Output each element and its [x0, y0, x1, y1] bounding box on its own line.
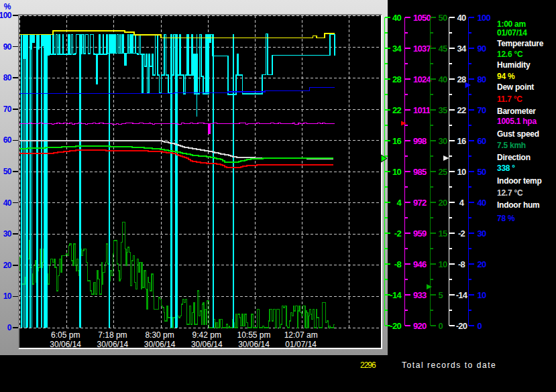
svg-text:-14: -14: [390, 290, 402, 300]
svg-text:16: 16: [457, 136, 466, 146]
svg-text:28: 28: [392, 74, 402, 84]
svg-text:985: 985: [413, 167, 427, 177]
svg-text:22: 22: [392, 105, 402, 115]
svg-text:40: 40: [3, 198, 12, 208]
svg-text:959: 959: [413, 228, 427, 239]
svg-text:90: 90: [3, 42, 12, 52]
svg-text:-8: -8: [458, 259, 465, 269]
svg-text:34: 34: [457, 44, 467, 54]
svg-text:60: 60: [3, 135, 12, 145]
svg-text:30/06/14: 30/06/14: [238, 340, 270, 349]
svg-text:100: 100: [0, 11, 12, 20]
svg-text:25: 25: [439, 167, 448, 177]
svg-text:16: 16: [392, 136, 402, 146]
svg-text:60: 60: [478, 136, 487, 146]
svg-text:20: 20: [478, 259, 487, 269]
svg-text:-20: -20: [456, 321, 467, 331]
svg-text:1024: 1024: [413, 74, 432, 84]
svg-text:9:42 pm: 9:42 pm: [192, 330, 221, 340]
svg-text:15: 15: [439, 228, 448, 239]
svg-text:01/07/14: 01/07/14: [285, 340, 317, 349]
svg-text:-2: -2: [394, 228, 402, 239]
svg-text:10: 10: [478, 290, 487, 300]
svg-text:-14: -14: [456, 290, 468, 300]
svg-text:30/06/14: 30/06/14: [50, 340, 81, 349]
svg-text:30/06/14: 30/06/14: [191, 340, 223, 349]
svg-text:22: 22: [457, 105, 466, 115]
svg-text:80: 80: [478, 74, 487, 84]
svg-text:30/06/14: 30/06/14: [144, 340, 176, 349]
svg-text:1011: 1011: [413, 105, 431, 115]
svg-text:7:18 pm: 7:18 pm: [98, 330, 127, 340]
svg-text:10: 10: [392, 167, 402, 177]
svg-text:1050: 1050: [413, 13, 431, 23]
svg-text:4: 4: [459, 198, 465, 208]
svg-text:-8: -8: [394, 259, 402, 269]
svg-text:1037: 1037: [413, 44, 431, 54]
svg-text:34: 34: [392, 44, 402, 54]
svg-text:100: 100: [478, 13, 491, 23]
svg-text:50: 50: [478, 167, 487, 177]
svg-text:50: 50: [3, 167, 12, 176]
svg-text:30: 30: [478, 228, 487, 239]
svg-text:0: 0: [7, 323, 12, 332]
svg-text:70: 70: [3, 105, 12, 114]
svg-text:998: 998: [413, 136, 427, 146]
svg-text:10: 10: [439, 259, 448, 269]
svg-text:30: 30: [3, 229, 12, 239]
svg-text:80: 80: [3, 73, 12, 82]
svg-text:%: %: [4, 2, 11, 11]
svg-text:40: 40: [392, 13, 402, 23]
svg-text:0: 0: [439, 321, 443, 331]
svg-text:45: 45: [439, 44, 448, 54]
svg-text:-2: -2: [458, 228, 465, 239]
svg-text:30/06/14: 30/06/14: [97, 340, 129, 349]
svg-text:12:07 am: 12:07 am: [284, 330, 318, 340]
svg-text:40: 40: [439, 74, 448, 84]
svg-text:35: 35: [439, 105, 448, 115]
svg-text:10: 10: [3, 291, 12, 301]
svg-text:20: 20: [439, 198, 448, 208]
svg-text:10: 10: [457, 167, 466, 177]
svg-text:20: 20: [3, 261, 12, 270]
svg-text:933: 933: [413, 290, 427, 300]
svg-text:920: 920: [413, 321, 427, 331]
svg-text:946: 946: [413, 259, 427, 269]
svg-text:6:05 pm: 6:05 pm: [51, 330, 80, 340]
svg-text:4: 4: [396, 198, 402, 208]
svg-text:70: 70: [478, 105, 487, 115]
svg-text:-20: -20: [390, 321, 401, 331]
svg-text:0: 0: [478, 321, 482, 331]
svg-text:5: 5: [439, 290, 443, 300]
svg-text:30: 30: [439, 136, 448, 146]
svg-text:50: 50: [439, 13, 448, 23]
svg-text:10:55 pm: 10:55 pm: [237, 330, 270, 340]
svg-text:972: 972: [413, 198, 427, 208]
svg-text:8:30 pm: 8:30 pm: [145, 330, 174, 340]
svg-text:90: 90: [478, 44, 487, 54]
svg-text:40: 40: [457, 13, 466, 23]
svg-text:28: 28: [457, 74, 466, 84]
svg-text:40: 40: [478, 198, 487, 208]
